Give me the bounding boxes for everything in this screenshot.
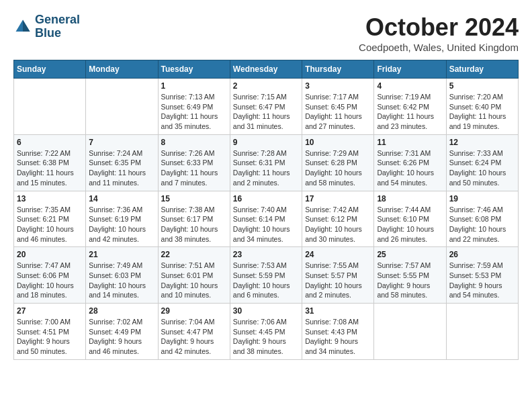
day-number: 20 [17,250,83,259]
calendar-cell: 30Sunrise: 7:06 AM Sunset: 4:45 PM Dayli… [230,304,302,360]
day-info: Sunrise: 7:46 AM Sunset: 6:08 PM Dayligh… [449,205,515,244]
calendar-cell: 4Sunrise: 7:19 AM Sunset: 6:42 PM Daylig… [374,79,446,135]
calendar-cell: 9Sunrise: 7:28 AM Sunset: 6:31 PM Daylig… [230,134,302,191]
day-info: Sunrise: 7:51 AM Sunset: 6:01 PM Dayligh… [161,261,227,300]
day-number: 21 [89,250,154,259]
calendar-cell: 15Sunrise: 7:38 AM Sunset: 6:17 PM Dayli… [158,191,230,247]
day-info: Sunrise: 7:53 AM Sunset: 5:59 PM Dayligh… [233,261,299,300]
page-header: General Blue October 2024 Coedpoeth, Wal… [13,13,519,53]
weekday-friday: Friday [374,60,446,79]
calendar-cell: 14Sunrise: 7:36 AM Sunset: 6:19 PM Dayli… [86,191,158,247]
day-number: 12 [449,138,515,147]
weekday-monday: Monday [86,60,158,79]
calendar-cell: 18Sunrise: 7:44 AM Sunset: 6:10 PM Dayli… [374,191,446,247]
day-number: 31 [305,306,371,316]
calendar-cell: 3Sunrise: 7:17 AM Sunset: 6:45 PM Daylig… [302,79,374,135]
day-number: 19 [449,194,515,203]
day-number: 28 [89,306,154,316]
calendar-week-row: 6Sunrise: 7:22 AM Sunset: 6:38 PM Daylig… [14,134,519,191]
day-number: 13 [17,194,83,203]
weekday-wednesday: Wednesday [230,60,302,79]
day-info: Sunrise: 7:31 AM Sunset: 6:26 PM Dayligh… [377,148,443,188]
calendar-week-row: 1Sunrise: 7:13 AM Sunset: 6:49 PM Daylig… [14,79,519,135]
calendar-cell: 2Sunrise: 7:15 AM Sunset: 6:47 PM Daylig… [230,79,302,135]
logo-text: General Blue [35,13,80,40]
calendar-cell: 6Sunrise: 7:22 AM Sunset: 6:38 PM Daylig… [14,134,86,191]
weekday-saturday: Saturday [446,60,518,79]
day-info: Sunrise: 7:15 AM Sunset: 6:47 PM Dayligh… [233,92,299,132]
calendar-cell: 12Sunrise: 7:33 AM Sunset: 6:24 PM Dayli… [446,134,518,191]
day-number: 30 [233,306,299,316]
calendar-cell: 21Sunrise: 7:49 AM Sunset: 6:03 PM Dayli… [86,247,158,304]
calendar-table: SundayMondayTuesdayWednesdayThursdayFrid… [13,60,519,360]
day-number: 22 [161,250,227,259]
calendar-cell: 10Sunrise: 7:29 AM Sunset: 6:28 PM Dayli… [302,134,374,191]
day-number: 8 [161,138,227,147]
day-info: Sunrise: 7:22 AM Sunset: 6:38 PM Dayligh… [17,148,83,188]
calendar-cell: 8Sunrise: 7:26 AM Sunset: 6:33 PM Daylig… [158,134,230,191]
calendar-cell: 24Sunrise: 7:55 AM Sunset: 5:57 PM Dayli… [302,247,374,304]
day-info: Sunrise: 7:33 AM Sunset: 6:24 PM Dayligh… [449,148,515,188]
calendar-cell: 5Sunrise: 7:20 AM Sunset: 6:40 PM Daylig… [446,79,518,135]
calendar-cell: 13Sunrise: 7:35 AM Sunset: 6:21 PM Dayli… [14,191,86,247]
day-number: 18 [377,194,443,203]
day-number: 27 [17,306,83,316]
calendar-cell: 28Sunrise: 7:02 AM Sunset: 4:49 PM Dayli… [86,304,158,360]
day-info: Sunrise: 7:47 AM Sunset: 6:06 PM Dayligh… [17,261,83,300]
day-info: Sunrise: 7:49 AM Sunset: 6:03 PM Dayligh… [89,261,154,300]
day-info: Sunrise: 7:20 AM Sunset: 6:40 PM Dayligh… [449,92,515,132]
calendar-cell: 26Sunrise: 7:59 AM Sunset: 5:53 PM Dayli… [446,247,518,304]
calendar-cell [374,304,446,360]
calendar-cell: 7Sunrise: 7:24 AM Sunset: 6:35 PM Daylig… [86,134,158,191]
calendar-body: 1Sunrise: 7:13 AM Sunset: 6:49 PM Daylig… [14,79,519,360]
day-number: 24 [305,250,371,259]
day-number: 15 [161,194,227,203]
day-info: Sunrise: 7:24 AM Sunset: 6:35 PM Dayligh… [89,148,154,188]
calendar-cell: 19Sunrise: 7:46 AM Sunset: 6:08 PM Dayli… [446,191,518,247]
day-info: Sunrise: 7:13 AM Sunset: 6:49 PM Dayligh… [161,92,227,132]
day-number: 17 [305,194,371,203]
day-info: Sunrise: 7:59 AM Sunset: 5:53 PM Dayligh… [449,261,515,300]
calendar-cell: 29Sunrise: 7:04 AM Sunset: 4:47 PM Dayli… [158,304,230,360]
day-info: Sunrise: 7:04 AM Sunset: 4:47 PM Dayligh… [161,317,227,357]
calendar-cell [86,79,158,135]
calendar-cell: 31Sunrise: 7:08 AM Sunset: 4:43 PM Dayli… [302,304,374,360]
day-number: 1 [161,81,227,91]
calendar-header: SundayMondayTuesdayWednesdayThursdayFrid… [14,60,519,79]
calendar-cell: 27Sunrise: 7:00 AM Sunset: 4:51 PM Dayli… [14,304,86,360]
logo: General Blue [13,13,80,40]
day-info: Sunrise: 7:35 AM Sunset: 6:21 PM Dayligh… [17,205,83,244]
calendar-cell [446,304,518,360]
day-number: 23 [233,250,299,259]
day-info: Sunrise: 7:26 AM Sunset: 6:33 PM Dayligh… [161,148,227,188]
svg-marker-1 [23,19,30,32]
day-number: 4 [377,81,443,91]
weekday-tuesday: Tuesday [158,60,230,79]
day-info: Sunrise: 7:08 AM Sunset: 4:43 PM Dayligh… [305,317,371,357]
calendar-cell: 22Sunrise: 7:51 AM Sunset: 6:01 PM Dayli… [158,247,230,304]
calendar-cell: 17Sunrise: 7:42 AM Sunset: 6:12 PM Dayli… [302,191,374,247]
day-info: Sunrise: 7:17 AM Sunset: 6:45 PM Dayligh… [305,92,371,132]
day-number: 29 [161,306,227,316]
day-info: Sunrise: 7:06 AM Sunset: 4:45 PM Dayligh… [233,317,299,357]
calendar-cell: 20Sunrise: 7:47 AM Sunset: 6:06 PM Dayli… [14,247,86,304]
day-info: Sunrise: 7:42 AM Sunset: 6:12 PM Dayligh… [305,205,371,244]
day-info: Sunrise: 7:00 AM Sunset: 4:51 PM Dayligh… [17,317,83,357]
calendar-cell: 1Sunrise: 7:13 AM Sunset: 6:49 PM Daylig… [158,79,230,135]
day-info: Sunrise: 7:28 AM Sunset: 6:31 PM Dayligh… [233,148,299,188]
day-number: 6 [17,138,83,147]
day-number: 2 [233,81,299,91]
calendar-cell: 16Sunrise: 7:40 AM Sunset: 6:14 PM Dayli… [230,191,302,247]
day-info: Sunrise: 7:40 AM Sunset: 6:14 PM Dayligh… [233,205,299,244]
day-info: Sunrise: 7:02 AM Sunset: 4:49 PM Dayligh… [89,317,154,357]
title-section: October 2024 Coedpoeth, Wales, United Ki… [359,13,519,53]
day-info: Sunrise: 7:36 AM Sunset: 6:19 PM Dayligh… [89,205,154,244]
logo-line1: General [35,13,80,26]
month-title: October 2024 [359,13,519,42]
day-info: Sunrise: 7:38 AM Sunset: 6:17 PM Dayligh… [161,205,227,244]
day-number: 26 [449,250,515,259]
calendar-week-row: 20Sunrise: 7:47 AM Sunset: 6:06 PM Dayli… [14,247,519,304]
day-number: 10 [305,138,371,147]
logo-icon [13,17,32,36]
location: Coedpoeth, Wales, United Kingdom [359,42,519,53]
